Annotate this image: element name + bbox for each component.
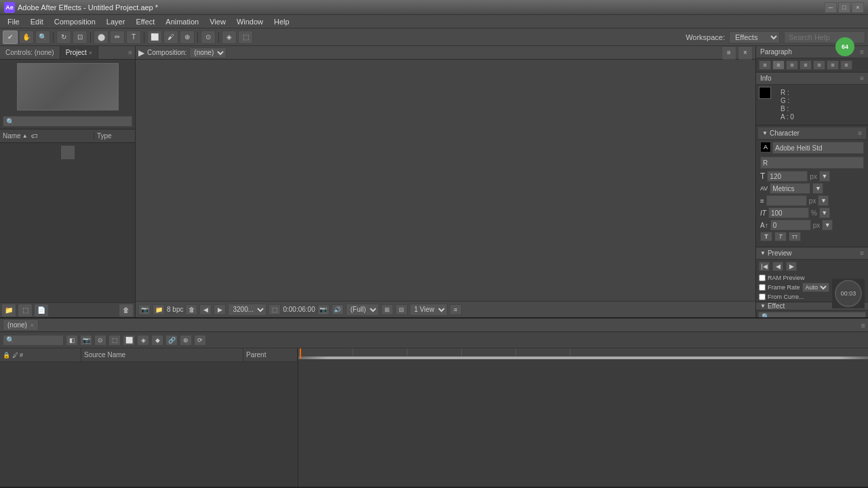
tl-btn-camera[interactable]: 📷 (80, 335, 92, 346)
select-tool[interactable]: ✔ (3, 30, 18, 44)
tl-btn-expression[interactable]: ⊛ (180, 335, 192, 346)
type-tool[interactable]: T (126, 30, 141, 44)
sort-arrow[interactable]: ▲ (22, 133, 28, 139)
comp-delete-btn[interactable]: 🗑 (185, 304, 197, 315)
grid-btn[interactable]: ⊟ (395, 304, 408, 315)
justify-center-btn[interactable]: ≡ (813, 60, 825, 70)
3d-tool[interactable]: ⬚ (238, 30, 253, 44)
comp-folder-btn[interactable]: 📁 (153, 304, 165, 315)
baseline-dropdown[interactable]: ▼ (822, 220, 833, 230)
timeline-tab-close[interactable]: × (31, 322, 34, 329)
menu-composition[interactable]: Composition (50, 16, 100, 27)
zoom-tool[interactable]: 🔍 (35, 30, 50, 44)
delete-btn[interactable]: 🗑 (119, 304, 134, 317)
hand-tool[interactable]: ✋ (19, 30, 34, 44)
scale-h-dropdown[interactable]: ▼ (819, 207, 830, 218)
project-search-input[interactable] (3, 116, 132, 127)
from-current-check[interactable] (759, 293, 766, 300)
align-center-btn[interactable]: ≡ (772, 60, 785, 70)
project-tab[interactable]: Project × (60, 46, 98, 59)
character-menu[interactable]: ≡ (858, 129, 862, 137)
font-size-input[interactable] (767, 171, 808, 182)
frame-rate-check[interactable] (759, 284, 766, 291)
menu-window[interactable]: Window (232, 16, 268, 27)
tl-btn-flow[interactable]: ⟳ (194, 335, 206, 346)
menu-layer[interactable]: Layer (102, 16, 130, 27)
faux-bold-btn[interactable]: T (760, 232, 772, 241)
camera-tool[interactable]: ⊡ (73, 30, 87, 44)
tl-btn-keyframe[interactable]: ◆ (151, 335, 163, 346)
menu-edit[interactable]: Edit (26, 16, 48, 27)
shape-tool[interactable]: ⬜ (147, 30, 162, 44)
menu-effect[interactable]: Effect (131, 16, 159, 27)
frame-type-btn[interactable]: ⬚ (269, 304, 281, 315)
project-tab-close[interactable]: × (89, 49, 92, 56)
size-dropdown[interactable]: ▼ (819, 171, 830, 182)
controls-tab[interactable]: Controls: (none) (0, 46, 60, 59)
menu-view[interactable]: View (205, 16, 231, 27)
comp-select[interactable]: (none) (189, 47, 226, 58)
align-right-btn[interactable]: ≡ (786, 60, 798, 70)
restore-button[interactable]: □ (838, 2, 850, 13)
menu-animation[interactable]: Animation (161, 16, 203, 27)
preview-first-btn[interactable]: |◀ (759, 262, 770, 271)
comp-panel-menu[interactable]: ≡ (722, 46, 736, 60)
timeline-search-input[interactable] (3, 335, 64, 346)
scale-h-input[interactable] (768, 207, 809, 218)
effect-search-input[interactable] (758, 312, 866, 317)
justify-right-btn[interactable]: ≡ (827, 60, 839, 70)
comp-next-btn[interactable]: ▶ (214, 304, 226, 315)
quality-select[interactable]: (Full) (346, 304, 379, 316)
cam-btn[interactable]: 📷 (317, 304, 330, 315)
preview-menu[interactable]: ≡ (860, 249, 864, 257)
paint-tool[interactable]: 🖌 (163, 30, 178, 44)
tl-btn-marker[interactable]: ◈ (137, 335, 149, 346)
menu-help[interactable]: Help (269, 16, 294, 27)
tl-btn-solo[interactable]: ◧ (66, 335, 78, 346)
timeline-playhead[interactable] (300, 348, 301, 359)
faux-italic-btn[interactable]: T (774, 232, 787, 241)
tl-btn-motion-path[interactable]: 🔗 (165, 335, 178, 346)
font-family-input[interactable] (772, 142, 864, 154)
comp-panel-close[interactable]: × (738, 46, 753, 60)
ram-preview-check[interactable] (759, 274, 766, 281)
justify-all-btn[interactable]: ≡ (840, 60, 852, 70)
view-select[interactable]: 1 View (410, 304, 448, 316)
justify-left-btn[interactable]: ≡ (800, 60, 812, 70)
tl-btn-null[interactable]: ⊙ (94, 335, 106, 346)
tl-btn-solid[interactable]: ⬜ (123, 335, 135, 346)
rotation-tool[interactable]: ↻ (56, 30, 71, 44)
mask-tool[interactable]: ⬤ (94, 30, 108, 44)
workspace-select[interactable]: Effects Standard (729, 31, 780, 43)
kerning-dropdown[interactable]: ▼ (812, 183, 823, 194)
font-style-input[interactable] (760, 157, 864, 169)
timeline-tab-none[interactable]: (none) × (3, 319, 39, 331)
comp-bottom-menu[interactable]: ≡ (450, 304, 462, 315)
font-color-box[interactable]: A (760, 142, 771, 152)
menu-file[interactable]: File (3, 16, 24, 27)
info-menu[interactable]: ≡ (860, 75, 864, 82)
pen-tool[interactable]: ✏ (110, 30, 125, 44)
baseline-input[interactable] (770, 220, 811, 230)
new-composition-btn[interactable]: ⬚ (18, 304, 33, 317)
puppet-tool[interactable]: ⊙ (201, 30, 216, 44)
tl-btn-shape[interactable]: ⬚ (108, 335, 121, 346)
timeline-panel-menu[interactable]: ≡ (861, 321, 865, 329)
align-left-btn[interactable]: ≡ (759, 60, 771, 70)
comp-snapshot-btn[interactable]: 📷 (138, 304, 151, 315)
character-header[interactable]: ▼ Character ≡ (758, 127, 866, 140)
res-select[interactable]: 3200... (228, 304, 267, 316)
audio-btn[interactable]: 🔊 (332, 304, 344, 315)
minimize-button[interactable]: ─ (825, 2, 837, 13)
comp-prev-btn[interactable]: ◀ (199, 304, 212, 315)
clone-tool[interactable]: ⊕ (180, 30, 195, 44)
snap-tool[interactable]: ◈ (222, 30, 237, 44)
leading-input[interactable] (766, 195, 807, 206)
frame-rate-select[interactable]: Auto (802, 283, 829, 292)
new-folder-btn[interactable]: 📁 (1, 304, 16, 317)
preview-header[interactable]: ▼ Preview ≡ (756, 247, 868, 260)
preview-play-btn[interactable]: ▶ (786, 262, 797, 271)
leading-dropdown[interactable]: ▼ (818, 195, 829, 206)
preview-prev-btn[interactable]: ◀ (772, 262, 783, 271)
new-item-btn[interactable]: 📄 (34, 304, 49, 317)
